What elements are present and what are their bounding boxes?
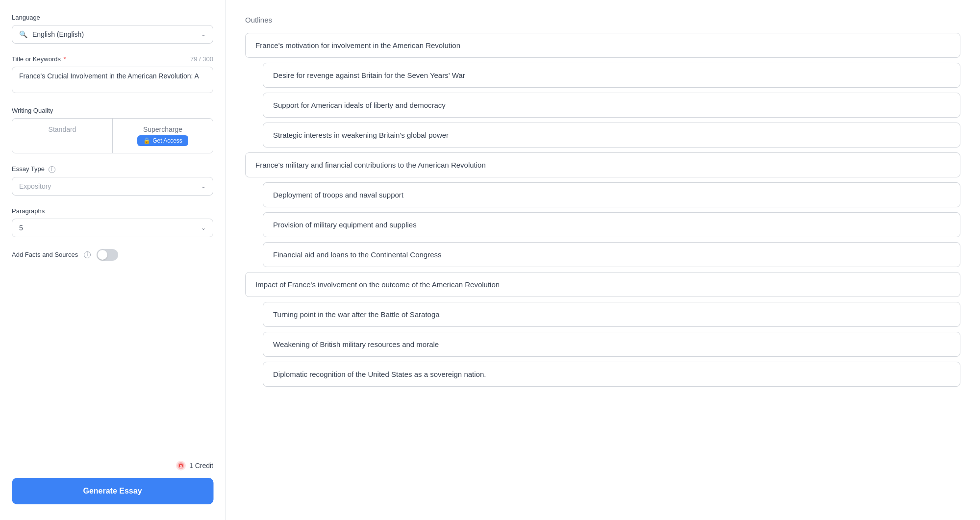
essay-type-label: Essay Type i (12, 165, 213, 173)
standard-label: Standard (49, 125, 76, 133)
facts-section: Add Facts and Sources i (12, 249, 213, 261)
facts-row: Add Facts and Sources i (12, 249, 213, 261)
outline-item-3: Strategic interests in weakening Britain… (263, 123, 960, 148)
generate-essay-label: Generate Essay (83, 487, 142, 495)
language-label: Language (12, 14, 213, 21)
search-icon: 🔍 (19, 30, 27, 38)
svg-text:$: $ (180, 464, 182, 469)
quality-toggle: Standard Supercharge 🔒 Get Access (12, 118, 213, 153)
paragraphs-value: 5 (19, 224, 196, 232)
outline-item-2: Support for American ideals of liberty a… (263, 93, 960, 118)
essay-type-section: Essay Type i Expository ⌄ (12, 165, 213, 196)
essay-type-chevron-icon: ⌄ (201, 183, 206, 190)
outline-item-10: Weakening of British military resources … (263, 332, 960, 357)
left-panel: Language 🔍 English (English) ⌄ Title or … (0, 0, 226, 520)
paragraphs-label: Paragraphs (12, 207, 213, 215)
paragraphs-dropdown[interactable]: 5 ⌄ (12, 219, 213, 237)
title-section: Title or Keywords * 79 / 300 France's Cr… (12, 55, 213, 95)
lock-icon: 🔒 (143, 137, 151, 144)
paragraphs-chevron-icon: ⌄ (201, 224, 206, 231)
essay-type-value: Expository (19, 182, 196, 190)
get-access-label: Get Access (152, 137, 182, 144)
essay-type-info-icon[interactable]: i (49, 166, 55, 173)
language-section: Language 🔍 English (English) ⌄ (12, 14, 213, 44)
language-dropdown[interactable]: 🔍 English (English) ⌄ (12, 25, 213, 44)
required-marker: * (64, 55, 66, 63)
language-value: English (English) (32, 30, 196, 38)
char-count: 79 / 300 (190, 55, 213, 63)
paragraphs-section: Paragraphs 5 ⌄ (12, 207, 213, 237)
get-access-button[interactable]: 🔒 Get Access (137, 135, 188, 146)
outline-item-9: Turning point in the war after the Battl… (263, 302, 960, 327)
quality-standard-option[interactable]: Standard (12, 119, 112, 153)
outline-item-11: Diplomatic recognition of the United Sta… (263, 362, 960, 387)
facts-info-icon[interactable]: i (84, 251, 91, 258)
writing-quality-label: Writing Quality (12, 107, 213, 114)
outline-item-5: Deployment of troops and naval support (263, 182, 960, 207)
outlines-container: France's motivation for involvement in t… (245, 33, 960, 387)
supercharge-label: Supercharge (143, 125, 182, 133)
outline-item-6: Provision of military equipment and supp… (263, 212, 960, 237)
credit-text: 1 Credit (189, 462, 213, 470)
credit-row: $ 1 Credit (176, 460, 213, 471)
writing-quality-section: Writing Quality Standard Supercharge 🔒 G… (12, 107, 213, 153)
facts-toggle[interactable] (97, 249, 118, 261)
facts-label: Add Facts and Sources (12, 251, 78, 258)
outline-item-4: France's military and financial contribu… (245, 152, 960, 177)
quality-supercharge-option[interactable]: Supercharge 🔒 Get Access (112, 119, 213, 153)
outline-item-8: Impact of France's involvement on the ou… (245, 272, 960, 297)
chevron-down-icon: ⌄ (201, 31, 206, 38)
outline-item-7: Financial aid and loans to the Continent… (263, 242, 960, 267)
right-panel: Outlines France's motivation for involve… (226, 0, 980, 520)
title-input[interactable]: France's Crucial Involvement in the Amer… (12, 67, 213, 93)
credit-icon: $ (176, 460, 186, 471)
title-label: Title or Keywords * 79 / 300 (12, 55, 213, 63)
outline-item-1: Desire for revenge against Britain for t… (263, 63, 960, 88)
outline-item-0: France's motivation for involvement in t… (245, 33, 960, 58)
outlines-label: Outlines (245, 16, 960, 24)
essay-type-dropdown[interactable]: Expository ⌄ (12, 177, 213, 196)
generate-essay-button[interactable]: Generate Essay (12, 478, 213, 504)
